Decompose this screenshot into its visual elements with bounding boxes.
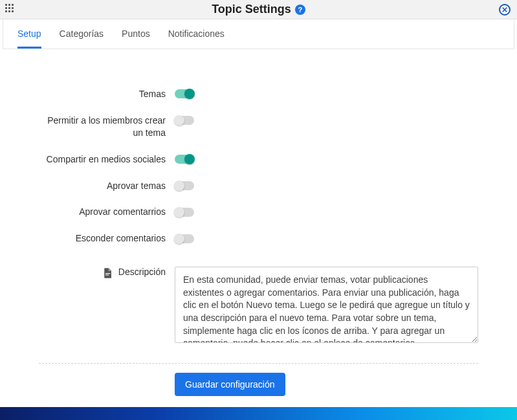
setting-label: Temas — [39, 88, 175, 100]
setting-row-aprovar-temas: Aprovar temas — [39, 180, 478, 192]
form-area: Temas Permitir a los miembros crear un t… — [0, 49, 517, 351]
tabs: Setup Categorías Puntos Notificaciones — [3, 19, 514, 49]
svg-rect-3 — [105, 274, 109, 275]
description-row: Descripción — [39, 267, 478, 345]
tab-puntos[interactable]: Puntos — [122, 19, 150, 49]
description-textarea[interactable] — [175, 267, 478, 343]
modal-title: Topic Settings ? — [212, 3, 305, 16]
toggle-esconder-comentarios[interactable] — [175, 234, 194, 243]
tab-notificaciones[interactable]: Notificaciones — [168, 19, 225, 49]
setting-label: Compartir en medios sociales — [39, 153, 175, 166]
toggle-temas[interactable] — [175, 89, 194, 98]
drag-handle-icon[interactable] — [5, 4, 14, 13]
setting-row-permitir-crear-tema: Permitir a los miembros crear un tema — [39, 115, 478, 139]
save-button[interactable]: Guardar configuración — [175, 373, 285, 396]
setting-row-aprovar-comentarios: Aprovar comentarrios — [39, 206, 478, 218]
divider — [39, 363, 478, 364]
tab-categorias[interactable]: Categorías — [60, 19, 104, 49]
setting-label: Permitir a los miembros crear un tema — [39, 115, 175, 139]
toggle-aprovar-temas[interactable] — [175, 181, 194, 190]
close-button[interactable] — [499, 4, 511, 16]
setting-label: Esconder comentarios — [39, 232, 175, 245]
actions: Guardar configuración — [0, 373, 517, 396]
setting-row-esconder-comentarios: Esconder comentarios — [39, 232, 478, 245]
svg-rect-2 — [105, 273, 111, 274]
setting-row-temas: Temas — [39, 88, 478, 100]
document-icon — [102, 267, 113, 280]
toggle-aprovar-comentarios[interactable] — [175, 208, 194, 217]
toggle-permitir-crear-tema[interactable] — [175, 116, 194, 125]
modal-title-text: Topic Settings — [212, 3, 291, 16]
toggle-compartir-medios[interactable] — [175, 155, 194, 164]
description-label: Descripción — [118, 267, 166, 277]
tab-setup[interactable]: Setup — [17, 19, 41, 49]
setting-label: Aprovar temas — [39, 180, 175, 192]
modal-header: Topic Settings ? — [0, 0, 517, 19]
setting-row-compartir-medios: Compartir en medios sociales — [39, 153, 478, 166]
footer-gradient — [0, 407, 517, 420]
close-icon — [502, 7, 507, 12]
setting-label: Aprovar comentarrios — [39, 206, 175, 218]
help-icon[interactable]: ? — [295, 5, 305, 15]
